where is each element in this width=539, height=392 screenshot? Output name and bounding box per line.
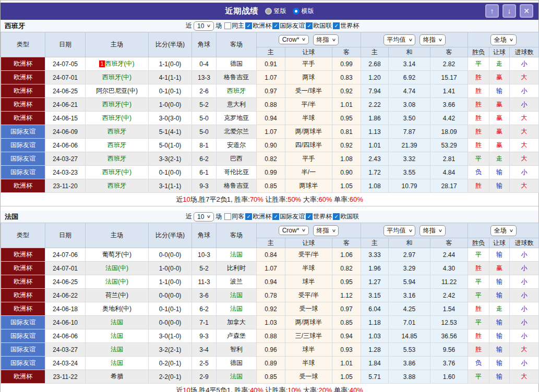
scope-select[interactable]: 全场∨ <box>490 225 517 236</box>
match-row: 欧洲杯24-06-18奥地利(中)0-1(0-1)6-2法国0.92受一球0.9… <box>1 302 539 316</box>
league-filter[interactable]: ✓世界杯 <box>306 212 332 221</box>
result-handicap-cell: 输 <box>489 84 510 98</box>
scope-select[interactable]: 全场∨ <box>490 34 517 45</box>
col-away: 客场 <box>217 32 257 57</box>
avg-home-odds: 1.03 <box>361 329 389 343</box>
league-label: 欧洲杯 <box>253 212 271 221</box>
close-icon: ✕ <box>523 7 530 15</box>
avg-away-odds: 36.56 <box>430 329 468 343</box>
col-handicap-home: 主 <box>257 238 285 248</box>
near-label: 近 <box>186 21 192 30</box>
match-count-select[interactable]: 10 ∨ <box>194 21 214 31</box>
checkbox-checked-icon[interactable]: ✓ <box>272 213 279 220</box>
arrow-down-icon: ↓ <box>508 7 511 15</box>
corner-cell: 8-1 <box>192 139 217 152</box>
result-outcome: 胜 <box>475 305 482 312</box>
match-count-select[interactable]: 10 ∨ <box>194 212 214 222</box>
checkbox-unchecked-icon[interactable] <box>224 22 231 29</box>
league-filter[interactable]: ✓欧洲杯 <box>245 21 271 30</box>
score-cell: 5-0(1-0) <box>149 139 192 152</box>
radio-selected-icon[interactable] <box>293 8 300 15</box>
match-date-cell: 24-06-21 <box>45 98 86 112</box>
odds-time-select[interactable]: 终指∨ <box>313 34 339 45</box>
league-filter[interactable]: ✓欧洲杯 <box>245 212 271 221</box>
avg-away-odds: 2.82 <box>430 57 468 71</box>
result-goals-cell: 大 <box>510 179 539 193</box>
score-cell: 3-0(3-0) <box>149 112 192 125</box>
result-outcome-cell: 胜 <box>468 112 489 125</box>
odds-time-select[interactable]: 终指∨ <box>313 225 339 236</box>
match-row: 欧洲杯24-06-25法国(中)1-1(0-0)11-3波兰0.94球半0.95… <box>1 275 539 289</box>
checkbox-checked-icon[interactable]: ✓ <box>245 213 252 220</box>
avg-draw-odds: 4.74 <box>389 84 430 98</box>
result-goals: 小 <box>521 278 528 285</box>
bookmaker-select[interactable]: Crow*∨ <box>279 226 309 235</box>
handicap-away-odds: 1.05 <box>332 179 361 193</box>
result-outcome-cell: 平 <box>468 275 489 289</box>
home-team-cell: 法国 <box>86 316 149 329</box>
avg-draw-odds: 14.85 <box>389 329 430 343</box>
league-filter[interactable]: ✓欧国联 <box>306 21 332 30</box>
team-section: 西班牙 近 10 ∨ 场 同主 ✓欧洲杯✓国际友谊✓欧国联✓世界杯 <box>1 20 538 206</box>
layout-radio-vertical[interactable]: 竖版 <box>265 7 286 16</box>
checkbox-checked-icon[interactable]: ✓ <box>306 22 313 29</box>
result-handicap: 走 <box>496 60 502 67</box>
corner-cell: 5-2 <box>192 262 217 275</box>
checkbox-checked-icon[interactable]: ✓ <box>333 22 340 29</box>
result-goals: 小 <box>521 318 528 326</box>
away-team-cell: 卢森堡 <box>217 329 257 343</box>
league-filter[interactable]: ✓国际友谊 <box>272 212 305 221</box>
checkbox-checked-icon[interactable]: ✓ <box>333 213 340 220</box>
average-select[interactable]: 平均值∨ <box>384 34 416 45</box>
corner-cell: 3-4 <box>192 343 217 357</box>
checkbox-checked-icon[interactable]: ✓ <box>245 22 252 29</box>
match-row: 国际友谊24-03-24法国0-2(0-1)2-5德国0.89半球1.011.8… <box>1 357 539 370</box>
average-time-select[interactable]: 终指∨ <box>420 225 446 236</box>
league-filters: ✓欧洲杯✓国际友谊✓欧国联✓世界杯 <box>244 21 359 30</box>
score-cell: 0-0(0-0) <box>149 248 192 262</box>
handicap-dropdowns: Crow*∨ 终指∨ <box>257 32 361 47</box>
close-button[interactable]: ✕ <box>520 4 533 18</box>
summary-segment: 让胜率: <box>263 195 288 203</box>
avg-draw-odds: 3.50 <box>389 112 430 125</box>
result-goals-cell: 小 <box>510 98 539 112</box>
league-filter[interactable]: ✓欧国联 <box>333 212 359 221</box>
average-time-select[interactable]: 终指∨ <box>420 34 446 45</box>
summary-segment: 70% <box>250 195 263 203</box>
move-up-button[interactable]: ↑ <box>485 4 499 18</box>
col-date: 日期 <box>45 32 86 57</box>
bookmaker-select[interactable]: Crow*∨ <box>279 35 309 44</box>
result-goals: 小 <box>521 264 528 272</box>
match-date-cell: 24-03-27 <box>45 152 86 166</box>
handicap-line: 两/两球半 <box>285 125 332 139</box>
result-goals: 小 <box>521 87 528 94</box>
avg-away-odds: 1.60 <box>430 370 468 384</box>
page-title: 近期战绩 <box>225 6 259 16</box>
same-venue-filter[interactable]: 同主 <box>224 21 244 30</box>
move-down-button[interactable]: ↓ <box>502 4 516 18</box>
col-goals-result: 进球数 <box>510 238 539 248</box>
checkbox-checked-icon[interactable]: ✓ <box>306 213 313 220</box>
corner-cell: 2-9 <box>192 370 217 384</box>
checkbox-unchecked-icon[interactable] <box>224 213 231 220</box>
league-filter[interactable]: ✓世界杯 <box>333 21 359 30</box>
result-handicap-cell: 走 <box>489 302 510 316</box>
away-team-cell: 巴西 <box>217 152 257 166</box>
same-venue-filter[interactable]: 同客 <box>224 212 244 221</box>
avg-away-odds: 9.56 <box>430 343 468 357</box>
avg-home-odds: 1.28 <box>361 343 389 357</box>
result-goals-cell: 大 <box>510 152 539 166</box>
handicap-home-odds: 1.07 <box>257 125 285 139</box>
radio-unselected-icon[interactable] <box>265 8 272 15</box>
checkbox-checked-icon[interactable]: ✓ <box>272 22 279 29</box>
result-handicap: 赢 <box>496 74 502 81</box>
col-handicap-result: 让球 <box>489 238 510 248</box>
home-team-name: 西班牙(中) <box>105 60 135 67</box>
competition-type-cell: 国际友谊 <box>1 152 45 166</box>
result-handicap: 赢 <box>496 128 502 135</box>
layout-radio-horizontal[interactable]: 横版 <box>293 7 314 16</box>
home-team-name: 葡萄牙(中) <box>102 251 131 258</box>
average-select[interactable]: 平均值∨ <box>384 225 416 236</box>
score-cell: 4-1(1-1) <box>149 71 192 84</box>
league-filter[interactable]: ✓国际友谊 <box>272 21 305 30</box>
